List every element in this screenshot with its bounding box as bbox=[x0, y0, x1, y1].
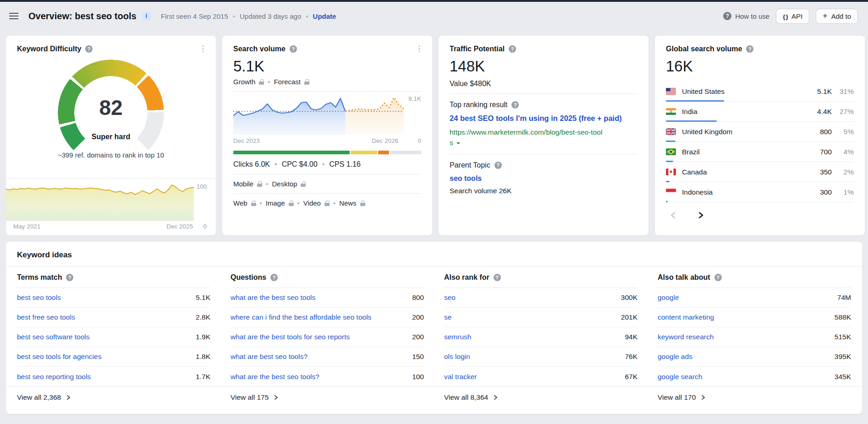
country-name: Indonesia bbox=[682, 188, 713, 196]
help-icon[interactable] bbox=[494, 162, 502, 169]
keyword-volume: 1.9K bbox=[196, 333, 210, 341]
plus-icon bbox=[823, 12, 828, 20]
more-options-icon[interactable] bbox=[412, 43, 426, 54]
global-search-volume-value: 16K bbox=[666, 58, 854, 75]
top-ranking-url[interactable]: https://www.marketermilk.com/blog/best-s… bbox=[450, 127, 637, 148]
keyword-link[interactable]: seo bbox=[444, 294, 456, 302]
lock-icon bbox=[304, 79, 309, 85]
keyword-link[interactable]: what are best seo tools? bbox=[231, 353, 308, 361]
page-header: Overview: best seo tools I First seen 4 … bbox=[0, 2, 868, 30]
country-percent: 27% bbox=[832, 108, 854, 116]
keyword-link[interactable]: ols login bbox=[444, 353, 470, 361]
keyword-link[interactable]: content marketing bbox=[658, 313, 714, 321]
help-icon[interactable] bbox=[494, 274, 501, 281]
chevron-right-icon bbox=[700, 395, 706, 400]
dot-separator: • bbox=[306, 12, 308, 20]
keyword-link[interactable]: best seo tools for agencies bbox=[17, 353, 101, 361]
keyword-link[interactable]: keyword research bbox=[658, 333, 714, 341]
growth-label[interactable]: Growth bbox=[233, 78, 255, 86]
keyword-link[interactable]: best seo software tools bbox=[17, 333, 90, 341]
parent-topic-link[interactable]: seo tools bbox=[450, 174, 637, 183]
update-link[interactable]: Update bbox=[313, 12, 336, 20]
card-title-row: Search volume bbox=[233, 45, 421, 53]
view-all-link[interactable]: View all 2,368 bbox=[17, 393, 210, 402]
keyword-link[interactable]: google ads bbox=[658, 353, 692, 361]
keyword-link[interactable]: best seo reporting tools bbox=[17, 373, 91, 381]
country-percent: 4% bbox=[832, 148, 854, 156]
difficulty-sparkline bbox=[6, 182, 194, 221]
view-all-link[interactable]: View all 175 bbox=[231, 393, 424, 402]
keyword-volume: 395K bbox=[835, 353, 851, 361]
view-all-link[interactable]: View all 8,364 bbox=[444, 393, 637, 402]
video-label[interactable]: Video bbox=[303, 199, 321, 207]
help-icon[interactable] bbox=[714, 274, 722, 281]
keyword-row: ols login 76K bbox=[444, 347, 637, 367]
keyword-link[interactable]: best free seo tools bbox=[17, 313, 75, 321]
help-icon[interactable] bbox=[66, 274, 73, 281]
flag-us-icon bbox=[666, 88, 676, 95]
bar-segment bbox=[378, 151, 390, 154]
metric-cards-row: Keyword Difficulty 82 Super hard ~399 re… bbox=[0, 30, 868, 235]
keyword-row: where can i find the best affordable seo… bbox=[231, 308, 424, 327]
api-button[interactable]: API bbox=[776, 9, 809, 24]
keyword-link[interactable]: google search bbox=[658, 373, 702, 381]
keyword-link[interactable]: val tracker bbox=[444, 373, 477, 381]
country-list: United States 5.1K 31% India 4.4K 27% Un… bbox=[666, 82, 854, 202]
country-row: United Kingdom 800 5% bbox=[666, 122, 854, 142]
keyword-volume: 300K bbox=[621, 294, 637, 302]
card-title-row: Traffic Potential bbox=[450, 45, 637, 53]
keyword-volume: 345K bbox=[835, 373, 851, 381]
view-all-label: View all 170 bbox=[658, 393, 696, 402]
view-all-link[interactable]: View all 170 bbox=[658, 393, 851, 402]
flag-ca-icon bbox=[666, 169, 676, 175]
help-icon[interactable] bbox=[509, 45, 516, 53]
next-page-button[interactable] bbox=[695, 210, 706, 221]
keyword-row: what are best seo tools? 150 bbox=[231, 347, 424, 367]
keyword-link[interactable]: where can i find the best affordable seo… bbox=[231, 313, 371, 321]
date-end-label: Dec 2025 bbox=[166, 223, 193, 230]
lock-icon bbox=[360, 201, 365, 206]
keyword-link[interactable]: semrush bbox=[444, 333, 471, 341]
help-icon[interactable] bbox=[85, 45, 93, 53]
country-row: India 4.4K 27% bbox=[666, 102, 854, 122]
forecast-label[interactable]: Forecast bbox=[274, 78, 301, 86]
country-percent: 2% bbox=[832, 168, 854, 176]
previous-page-button[interactable] bbox=[668, 210, 679, 221]
bar-segment bbox=[390, 151, 421, 154]
help-icon[interactable] bbox=[290, 45, 297, 53]
help-icon[interactable] bbox=[270, 274, 278, 281]
news-label[interactable]: News bbox=[339, 199, 357, 207]
keyword-volume: 94K bbox=[625, 333, 637, 341]
meta-row: First seen 4 Sep 2015 • Updated 3 days a… bbox=[161, 12, 336, 20]
search-volume-value: 5.1K bbox=[233, 58, 421, 75]
country-percent: 1% bbox=[832, 188, 854, 196]
keyword-volume: 200 bbox=[412, 313, 424, 321]
more-options-icon[interactable] bbox=[196, 43, 209, 54]
image-label[interactable]: Image bbox=[266, 199, 285, 207]
add-to-button[interactable]: Add to bbox=[816, 9, 858, 24]
keyword-link[interactable]: best seo tools bbox=[17, 294, 61, 302]
keyword-link[interactable]: what are the best seo tools? bbox=[231, 373, 319, 381]
expand-caret-icon[interactable] bbox=[456, 142, 460, 146]
menu-icon[interactable] bbox=[9, 13, 18, 19]
top-ranking-result-link[interactable]: 24 best SEO tools I'm using in 2025 (fre… bbox=[450, 114, 637, 123]
web-label[interactable]: Web bbox=[233, 199, 247, 207]
keyword-ideas-column: Questions what are the best seo tools 80… bbox=[231, 267, 424, 386]
mobile-label[interactable]: Mobile bbox=[233, 180, 253, 188]
keyword-link[interactable]: google bbox=[658, 294, 679, 302]
how-to-use-link[interactable]: How to use bbox=[723, 12, 769, 20]
traffic-potential-card: Traffic Potential 148K Value $480K Top r… bbox=[439, 36, 648, 235]
keyword-link[interactable]: what are the best tools for seo reports bbox=[231, 333, 350, 341]
dot-separator: • bbox=[260, 199, 262, 207]
help-icon[interactable] bbox=[511, 101, 519, 109]
difficulty-history-chart: 100 May 2021 Dec 2025 0 bbox=[6, 178, 216, 235]
keyword-row: best free seo tools 2.8K bbox=[17, 308, 210, 327]
keyword-link[interactable]: what are the best seo tools bbox=[231, 294, 315, 302]
search-volume-card: Search volume 5.1K Growth • Forecast bbox=[222, 36, 432, 235]
pagination bbox=[666, 210, 854, 221]
desktop-label[interactable]: Desktop bbox=[272, 180, 297, 188]
date-end-label: Dec 2026 bbox=[372, 137, 398, 144]
view-all-label: View all 175 bbox=[231, 393, 269, 402]
keyword-link[interactable]: se bbox=[444, 313, 451, 321]
help-icon[interactable] bbox=[746, 45, 753, 53]
